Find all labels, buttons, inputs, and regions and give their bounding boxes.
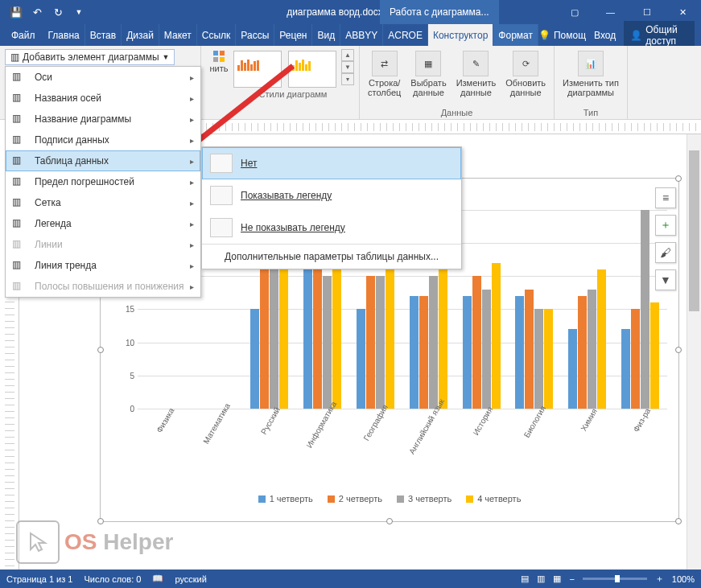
refresh-icon: ⟳: [513, 51, 538, 76]
bar[interactable]: [544, 309, 553, 409]
save-icon[interactable]: 💾: [6, 2, 26, 22]
bar[interactable]: [376, 276, 385, 409]
bar[interactable]: [641, 210, 649, 409]
tab-abbyy[interactable]: ABBYY: [340, 24, 383, 46]
menu-item-4[interactable]: ▥Таблица данных▸: [6, 150, 200, 171]
tab-review[interactable]: Рецен: [274, 24, 312, 46]
tab-insert[interactable]: Встав: [85, 24, 122, 46]
chart-elements-button[interactable]: ＋: [655, 215, 676, 236]
ribbon-options-icon[interactable]: ▢: [556, 0, 592, 24]
refresh-data-button[interactable]: ⟳Обновить данные: [502, 49, 549, 99]
chart-type-icon: 📊: [578, 51, 604, 76]
sign-in[interactable]: Вход: [594, 30, 616, 41]
menu-item-6[interactable]: ▥Сетка▸: [6, 192, 200, 213]
menu-item-1[interactable]: ▥Названия осей▸: [6, 88, 200, 109]
menu-item-9[interactable]: ▥Линия тренда▸: [6, 255, 200, 276]
zoom-in-icon[interactable]: ＋: [655, 573, 664, 585]
submenu-more[interactable]: Дополнительные параметры таблицы данных.…: [202, 244, 461, 269]
redo-icon[interactable]: ↻: [48, 2, 68, 22]
menu-icon: ▥: [12, 280, 28, 293]
page-count[interactable]: Страница 1 из 1: [6, 574, 72, 584]
chart-layout-button[interactable]: ≡: [655, 187, 676, 208]
bar[interactable]: [463, 296, 472, 409]
bar[interactable]: [534, 309, 543, 409]
tell-me[interactable]: 💡 Помощ: [538, 30, 586, 41]
tab-home[interactable]: Главна: [43, 24, 85, 46]
submenu-item-0[interactable]: Нет: [202, 147, 461, 179]
tab-design[interactable]: Дизай: [122, 24, 159, 46]
switch-row-col-button[interactable]: ⇄Строка/ столбец: [365, 49, 404, 99]
chart-side-buttons: ≡ ＋ 🖌 ▼: [655, 187, 676, 290]
bar[interactable]: [482, 290, 491, 409]
group-styles: Стили диаграмм: [259, 89, 328, 99]
bar[interactable]: [472, 276, 481, 409]
tab-references[interactable]: Ссылк: [197, 24, 237, 46]
bar[interactable]: [492, 263, 501, 409]
menu-item-3[interactable]: ▥Подписи данных▸: [6, 130, 200, 150]
edit-data-button[interactable]: ✎Изменить данные: [453, 49, 500, 99]
menu-item-0[interactable]: ▥Оси▸: [6, 67, 200, 88]
group-data: Данные: [441, 108, 473, 117]
bar[interactable]: [439, 269, 447, 409]
word-count[interactable]: Число слов: 0: [84, 574, 141, 584]
legend-item-3[interactable]: 4 четверть: [466, 494, 521, 504]
add-chart-element-button[interactable]: ▥ Добавить элемент диаграммы ▼: [5, 49, 175, 65]
data-table-submenu: НетПоказывать легендуНе показывать леген…: [201, 146, 462, 269]
chart-styles-button[interactable]: 🖌: [655, 242, 676, 263]
legend-item-2[interactable]: 3 четверть: [397, 494, 452, 504]
bar[interactable]: [515, 296, 524, 409]
chart-legend[interactable]: 1 четверть2 четверть3 четверть4 четверть: [101, 494, 678, 504]
bar[interactable]: [597, 269, 606, 409]
style-gallery-nav[interactable]: ▲▼▾: [341, 49, 354, 89]
qat-dropdown-icon[interactable]: ▼: [69, 2, 89, 22]
bar[interactable]: [323, 276, 332, 409]
bar[interactable]: [588, 290, 596, 409]
zoom-out-icon[interactable]: −: [569, 574, 574, 584]
submenu-item-1[interactable]: Показывать легенду: [202, 179, 461, 212]
category-8: Химия: [561, 190, 614, 409]
tab-constructor[interactable]: Конструктор: [428, 24, 493, 46]
bar[interactable]: [410, 296, 419, 409]
tab-mailings[interactable]: Рассы: [236, 24, 274, 46]
bar[interactable]: [332, 263, 341, 409]
select-data-button[interactable]: ▦Выбрать данные: [407, 49, 449, 99]
bar[interactable]: [419, 296, 428, 409]
change-chart-type-button[interactable]: 📊Изменить тип диаграммы: [559, 49, 622, 99]
bar[interactable]: [568, 329, 577, 409]
legend-item-1[interactable]: 2 четверть: [328, 494, 382, 504]
zoom-level[interactable]: 100%: [672, 574, 695, 584]
bar[interactable]: [250, 309, 259, 409]
bar[interactable]: [578, 296, 587, 409]
chart-style-1[interactable]: [233, 51, 282, 88]
bar[interactable]: [429, 276, 438, 409]
bar[interactable]: [525, 290, 534, 409]
chart-filters-button[interactable]: ▼: [655, 269, 676, 290]
bar[interactable]: [386, 269, 394, 409]
bar[interactable]: [621, 329, 630, 409]
tab-view[interactable]: Вид: [312, 24, 340, 46]
category-7: Биология: [509, 190, 562, 409]
tab-layout[interactable]: Макет: [159, 24, 197, 46]
proofing-icon[interactable]: 📖: [152, 574, 163, 584]
bar[interactable]: [631, 309, 640, 409]
vertical-scrollbar[interactable]: [687, 134, 701, 569]
tab-format[interactable]: Формат: [493, 24, 538, 46]
undo-icon[interactable]: ↶: [27, 2, 47, 22]
bar[interactable]: [357, 309, 365, 409]
web-layout-icon[interactable]: ▦: [553, 574, 561, 584]
tab-file[interactable]: Файл: [3, 24, 43, 46]
tab-acrobat[interactable]: ACROE: [383, 24, 428, 46]
menu-item-2[interactable]: ▥Название диаграммы▸: [6, 109, 200, 130]
bar[interactable]: [366, 276, 375, 409]
submenu-item-2[interactable]: Не показывать легенду: [202, 212, 461, 244]
chart-style-2[interactable]: [288, 51, 336, 88]
language[interactable]: русский: [175, 574, 206, 584]
menu-item-5[interactable]: ▥Предел погрешностей▸: [6, 171, 200, 192]
bar[interactable]: [650, 302, 659, 409]
print-layout-icon[interactable]: ▥: [537, 574, 545, 584]
zoom-slider[interactable]: [583, 578, 647, 580]
change-colors-button[interactable]: нить: [206, 49, 232, 75]
read-mode-icon[interactable]: ▤: [521, 574, 529, 584]
menu-item-7[interactable]: ▥Легенда▸: [6, 213, 200, 234]
legend-item-0[interactable]: 1 четверть: [258, 494, 313, 504]
